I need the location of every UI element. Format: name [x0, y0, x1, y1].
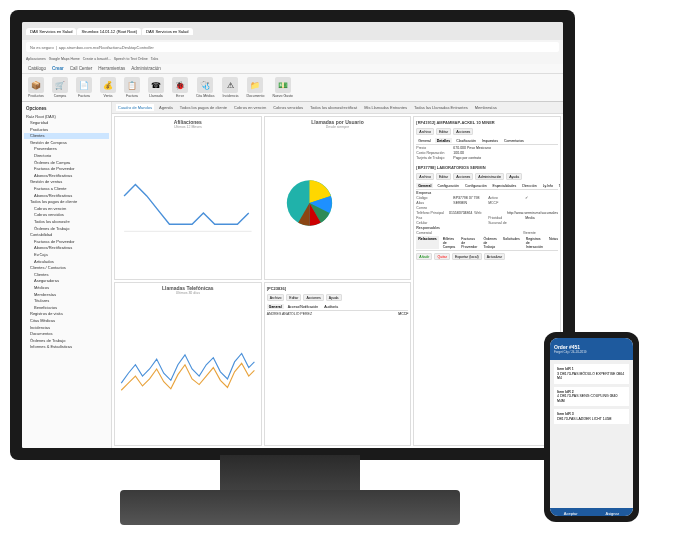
bookmark[interactable]: Aplicaciones: [26, 57, 46, 61]
tree-item[interactable]: Directorio: [24, 153, 109, 160]
order-item[interactable]: Item IdR 24 DB170-PAS SENG COUPLING 0840…: [554, 387, 629, 407]
tree-item[interactable]: Raíz Root (DAS): [24, 113, 109, 120]
editar-button[interactable]: Editar: [436, 173, 451, 180]
ribbon-item-factura[interactable]: 📄Factura: [76, 77, 92, 98]
order-item[interactable]: Item IdR 3DB170-PAS LADDER LICHT 145M: [554, 409, 629, 424]
browser-tab[interactable]: Strumbox 14.01.12 (Root Root): [77, 28, 141, 35]
exportar-button[interactable]: Exportar (local): [452, 253, 482, 260]
archivo-button[interactable]: Archivo: [267, 294, 285, 301]
bookmark[interactable]: Create a beautif...: [83, 57, 111, 61]
ribbon-item-error[interactable]: 🐞Error: [172, 77, 188, 98]
aceptar-button[interactable]: Aceptar: [550, 508, 592, 516]
tree-item[interactable]: Todos los abonos/re: [24, 219, 109, 226]
tree-item[interactable]: Órdenes de Trabajo: [24, 225, 109, 232]
tab-comentarios[interactable]: Comentarios: [502, 138, 526, 143]
acciones-button[interactable]: Acciones: [303, 294, 323, 301]
tree-item[interactable]: Articulados: [24, 258, 109, 265]
actualizar-button[interactable]: Actualizar: [484, 253, 505, 260]
detail-tab[interactable]: Dirección: [520, 183, 539, 188]
bookmark[interactable]: Speech to Text Online: [114, 57, 148, 61]
ayuda-button[interactable]: Ayuda: [326, 294, 342, 301]
asignar-button[interactable]: Asignar: [592, 508, 634, 516]
ribbon-item-venta[interactable]: 💰Venta: [100, 77, 116, 98]
tree-item[interactable]: Proveedores: [24, 146, 109, 153]
detail-tab[interactable]: Ly.Info: [541, 183, 555, 188]
tree-item[interactable]: Aseguradoras: [24, 278, 109, 285]
tree-item[interactable]: Beneficiarios: [24, 304, 109, 311]
tab-auditoria[interactable]: Auditoría: [322, 304, 340, 309]
tree-item[interactable]: Contabilidad: [24, 232, 109, 239]
tree-item[interactable]: Cobros en vencim: [24, 205, 109, 212]
tab-clasificacion[interactable]: Clasificación: [454, 138, 478, 143]
editar-button[interactable]: Editar: [286, 294, 301, 301]
rel-tab[interactable]: Registros de Interacción: [524, 236, 545, 249]
tab-impuestos[interactable]: Impuestos: [480, 138, 500, 143]
order-item[interactable]: Item IdR 13 DB170-PAS MÓDULO EXPERTISE 0…: [554, 364, 629, 384]
ribbon-tab-herramientas[interactable]: Herramientas: [98, 66, 125, 71]
ribbon-tab-callcenter[interactable]: Call Center: [70, 66, 93, 71]
ribbon-item-llamada[interactable]: ☎Llamada: [148, 77, 164, 98]
tree-item[interactable]: Clientes: [24, 271, 109, 278]
ribbon-item-documento[interactable]: 📁Documento: [246, 77, 264, 98]
quitar-button[interactable]: Quitar: [434, 253, 450, 260]
detail-tab[interactable]: General: [416, 183, 433, 188]
editar-button[interactable]: Editar: [436, 128, 451, 135]
tree-item[interactable]: Gestión de ventas: [24, 179, 109, 186]
ribbon-tab-crear[interactable]: Crear: [52, 66, 64, 71]
acciones-button[interactable]: Acciones: [453, 128, 473, 135]
view-tab[interactable]: Todos los abonos/rectificat: [308, 104, 359, 111]
archivo-button[interactable]: Archivo: [416, 173, 434, 180]
tree-item[interactable]: Cobros vencidos: [24, 212, 109, 219]
tree-item[interactable]: Titulares: [24, 298, 109, 305]
tree-item[interactable]: Incidencias: [24, 324, 109, 331]
view-tab[interactable]: Membresías: [473, 104, 499, 111]
tree-item[interactable]: Membresías: [24, 291, 109, 298]
tree-item[interactable]: Órdenes de Trabajo: [24, 337, 109, 344]
tree-item[interactable]: Médicos: [24, 284, 109, 291]
rel-tab[interactable]: Órdenes de Trabajo: [481, 236, 498, 249]
tree-item[interactable]: Seguridad: [24, 120, 109, 127]
tree-item[interactable]: Facturas de Proveedor: [24, 238, 109, 245]
ribbon-item-compra[interactable]: 🛒Compra: [52, 77, 68, 98]
detail-tab[interactable]: Configuración: [463, 183, 489, 188]
tree-item[interactable]: Órdenes de Compra: [24, 159, 109, 166]
bookmark[interactable]: Tabs: [151, 57, 158, 61]
tree-item[interactable]: Ev.Caja: [24, 251, 109, 258]
tree-item[interactable]: Abonos/Rectificativas: [24, 172, 109, 179]
tree-item[interactable]: Documentos: [24, 331, 109, 338]
tree-item[interactable]: Todos los pagos de cliente: [24, 199, 109, 206]
tree-item[interactable]: Clientes: [24, 133, 109, 140]
tab-general[interactable]: General: [416, 138, 432, 143]
tree-item[interactable]: Facturas a Cliente: [24, 186, 109, 193]
rel-tab[interactable]: Solicitudes: [501, 236, 522, 249]
view-tab[interactable]: Todos los pagos de cliente: [178, 104, 229, 111]
tab-general[interactable]: General: [267, 304, 284, 309]
ribbon-item-cita médica[interactable]: 🩺Cita Médica: [196, 77, 214, 98]
url-bar[interactable]: No es seguro | app.strumbox.com.mx/Root/…: [26, 42, 559, 52]
ribbon-tab-catalogo[interactable]: Catálogo: [28, 66, 46, 71]
tree-item[interactable]: Clientes / Contactos: [24, 265, 109, 272]
archivo-button[interactable]: Archivo: [416, 128, 434, 135]
acciones-button[interactable]: Acciones: [453, 173, 473, 180]
view-tab[interactable]: Agenda: [157, 104, 175, 111]
view-tab[interactable]: Cobros en vencim: [232, 104, 268, 111]
rel-tab[interactable]: Notas: [547, 236, 560, 249]
ayuda-button[interactable]: Ayuda: [506, 173, 522, 180]
rel-tab[interactable]: Relaciones: [416, 236, 438, 249]
detail-tab[interactable]: Configuración: [435, 183, 461, 188]
ribbon-item-incidencia[interactable]: ⚠Incidencia: [222, 77, 238, 98]
browser-tab[interactable]: DAS Servicios en Salud: [142, 28, 192, 35]
rel-tab[interactable]: Billetes de Compra: [441, 236, 457, 249]
tree-item[interactable]: Productos: [24, 126, 109, 133]
browser-tab[interactable]: DAS Servicios en Salud: [26, 28, 76, 35]
detail-tab[interactable]: Texto: [557, 183, 561, 188]
view-tab[interactable]: Cobros vencidos: [271, 104, 305, 111]
tree-item[interactable]: Gestión de Compras: [24, 139, 109, 146]
ribbon-item-nuevo gasto[interactable]: 💵Nuevo Gasto: [272, 77, 292, 98]
tree-item[interactable]: Facturas de Proveedor: [24, 166, 109, 173]
detail-tab[interactable]: Especialidades: [491, 183, 519, 188]
view-tab[interactable]: Cuadro de Mandos: [116, 104, 154, 111]
view-tab[interactable]: Mis Llamadas Entrantes: [362, 104, 409, 111]
ribbon-tab-admin[interactable]: Administración: [131, 66, 161, 71]
tab-acceso[interactable]: Acceso/Notificación: [286, 304, 321, 309]
